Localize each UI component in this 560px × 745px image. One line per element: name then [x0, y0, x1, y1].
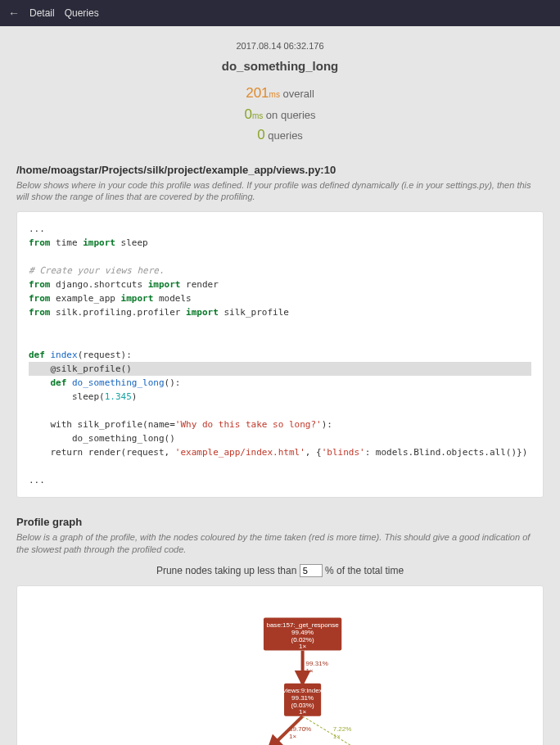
graph-node[interactable]: views:9:index99.31%(0.03%)1×	[283, 683, 323, 716]
svg-text:99.31%: 99.31%	[306, 659, 328, 666]
stats-block: 201ms overall 0ms on queries 0 queries	[16, 83, 544, 146]
stat-overall-num: 201	[246, 85, 269, 101]
svg-text:1×: 1×	[299, 642, 306, 649]
svg-text:views:9:index: views:9:index	[283, 687, 323, 694]
svg-text:1×: 1×	[333, 733, 341, 740]
svg-text:base:157:_get_response: base:157:_get_response	[266, 621, 339, 628]
source-path: /home/moagstar/Projects/silk/project/exa…	[16, 164, 544, 176]
highlighted-line: @silk_profile()	[29, 362, 531, 376]
back-arrow-icon[interactable]: ←	[8, 7, 20, 20]
svg-text:1×: 1×	[306, 666, 314, 674]
svg-text:99.31%: 99.31%	[291, 694, 314, 702]
topbar: ← Detail Queries	[0, 0, 560, 26]
stat-queries-time-unit: ms	[252, 111, 263, 120]
page-title: do_something_long	[16, 59, 544, 73]
profile-graph[interactable]: 99.31%1×89.70%1×7.22%1×89.26%1×7.06%1×89…	[16, 585, 544, 745]
svg-text:1×: 1×	[289, 733, 296, 740]
stat-queries-time-num: 0	[244, 106, 251, 122]
profile-desc: Below is a graph of the profile, with th…	[16, 531, 544, 556]
prune-input[interactable]	[300, 564, 323, 577]
source-desc: Below shows where in your code this prof…	[16, 179, 544, 204]
svg-text:99.49%: 99.49%	[291, 628, 314, 635]
svg-text:1×: 1×	[299, 708, 306, 716]
nav-queries[interactable]: Queries	[65, 7, 99, 19]
svg-text:89.70%: 89.70%	[289, 725, 311, 733]
nav-detail[interactable]: Detail	[29, 7, 55, 19]
code-box: ... from time import sleep # Create your…	[16, 211, 544, 498]
svg-text:7.22%: 7.22%	[333, 725, 352, 733]
stat-overall-label: overall	[280, 88, 314, 100]
stat-queries-time-label: on queries	[263, 109, 315, 121]
profile-heading: Profile graph	[16, 516, 544, 528]
graph-node[interactable]: base:157:_get_response99.49%(0.02%)1×	[264, 617, 341, 650]
graph-svg[interactable]: 99.31%1×89.70%1×7.22%1×89.26%1×7.06%1×89…	[17, 586, 543, 745]
prune-line: Prune nodes taking up less than % of the…	[16, 564, 544, 577]
stat-queries-count-num: 0	[257, 127, 264, 142]
stat-overall-unit: ms	[269, 90, 280, 99]
stat-queries-count-label: queries	[265, 129, 303, 142]
timestamp: 2017.08.14 06:32.176	[16, 41, 544, 51]
